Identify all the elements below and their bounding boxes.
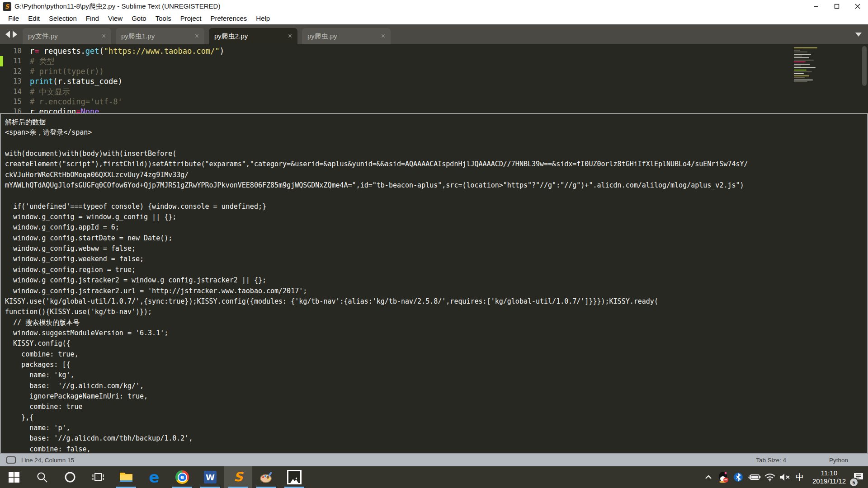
output-line: combine: true (5, 402, 867, 412)
start-icon (8, 471, 20, 483)
line-number: 15 (0, 97, 30, 107)
output-line (5, 191, 867, 201)
next-tab-icon[interactable] (13, 31, 17, 38)
output-line: KISSY.config({ (5, 338, 867, 349)
syntax-indicator[interactable]: Python (829, 457, 848, 464)
titlebar: S G:\Python\python11-8\py爬虫2.py - Sublim… (0, 0, 868, 13)
clock[interactable]: 11:10 2019/11/12 (812, 469, 846, 485)
search-icon (36, 471, 48, 483)
menu-item-find[interactable]: Find (81, 14, 104, 22)
output-line: KISSY.use('kg/global-util/1.0.7/',{sync:… (5, 296, 867, 307)
code-text: # 中文显示 (30, 87, 70, 97)
output-line: mYAWLhQTdAQUgJlofsGUGFq0COfow6Yod+Qjp7MJ… (5, 180, 867, 191)
menu-item-tools[interactable]: Tools (151, 14, 176, 22)
code-editor[interactable]: 10r= requests.get("https://www.taobao.co… (0, 44, 868, 113)
output-line: window.g_config.webww = false; (5, 244, 867, 254)
edge-icon: e (149, 469, 159, 485)
output-line: ignorePackageNameInUri: true, (5, 391, 867, 402)
editor-scrollbar[interactable] (862, 46, 867, 86)
browser-taskbar-button[interactable]: e (168, 466, 196, 488)
volume-muted-icon[interactable] (779, 468, 791, 486)
tab-label: py文件.py (28, 32, 58, 41)
code-text: # 类型 (30, 56, 54, 66)
tray-expand-icon[interactable] (703, 468, 714, 486)
maximize-button[interactable] (826, 0, 847, 13)
tab-2[interactable]: py爬虫2.py× (209, 28, 297, 44)
word-taskbar-button[interactable]: W (196, 466, 224, 488)
menu-item-view[interactable]: View (104, 14, 127, 22)
code-line-14[interactable]: 14# 中文显示 (0, 87, 868, 97)
tab-close-icon[interactable]: × (102, 32, 106, 40)
task-view-taskbar-button[interactable] (84, 466, 112, 488)
code-text: print(r.status_code) (30, 76, 123, 86)
window-controls (806, 0, 868, 13)
file-explorer-taskbar-button[interactable] (112, 466, 140, 488)
code-text: # r.encoding='utf-8' (30, 97, 123, 107)
code-line-15[interactable]: 15# r.encoding='utf-8' (0, 97, 868, 107)
tab-size-indicator[interactable]: Tab Size: 4 (756, 457, 786, 464)
menu-item-help[interactable]: Help (251, 14, 274, 22)
line-number: 14 (0, 87, 30, 97)
menu-item-goto[interactable]: Goto (127, 14, 151, 22)
tab-close-icon[interactable]: × (195, 32, 199, 40)
build-output-panel[interactable]: 解析后的数据<span>亲，请登录</span>with(document)wi… (0, 113, 868, 454)
tab-label: py爬虫.py (307, 32, 337, 41)
output-line: function(){KISSY.use('kg/tb-nav')}); (5, 307, 867, 317)
output-line: window.g_config.appId = 6; (5, 222, 867, 233)
menu-item-edit[interactable]: Edit (24, 14, 44, 22)
close-button[interactable] (847, 0, 868, 13)
code-line-11[interactable]: 11# 类型 (0, 56, 868, 66)
bluetooth-icon[interactable] (732, 468, 744, 486)
clock-time: 11:10 (821, 469, 837, 477)
output-line: window.g_config = window.g_config || {}; (5, 212, 867, 222)
modified-line-marker (0, 56, 3, 66)
minimap[interactable] (794, 47, 824, 83)
ime-indicator[interactable]: 中 (794, 468, 806, 486)
output-line: <span>亲，请登录</span> (5, 127, 867, 138)
menu-item-selection[interactable]: Selection (44, 14, 81, 22)
start-taskbar-button[interactable] (0, 466, 28, 488)
sublime-text-taskbar-button[interactable]: S (224, 466, 252, 488)
qq-icon[interactable] (717, 468, 729, 486)
output-line: createElement("script"),firstChild))setA… (5, 159, 867, 169)
photos-taskbar-button[interactable] (280, 466, 308, 488)
menu-item-project[interactable]: Project (176, 14, 206, 22)
action-center-icon[interactable]: 5 (853, 468, 864, 486)
tab-1[interactable]: py爬虫1.py× (116, 28, 204, 44)
tab-list-dropdown-icon[interactable] (855, 33, 862, 37)
cortana-taskbar-button[interactable] (56, 466, 84, 488)
output-line: combine: true, (5, 349, 867, 360)
code-line-12[interactable]: 12# print(type(r)) (0, 66, 868, 76)
code-text: r.encoding=None (30, 107, 99, 113)
search-taskbar-button[interactable] (28, 466, 56, 488)
paint-icon (259, 471, 273, 483)
tab-0[interactable]: py文件.py× (23, 28, 111, 44)
code-line-10[interactable]: 10r= requests.get("https://www.taobao.co… (0, 46, 868, 56)
output-line: // 搜索模块的版本号 (5, 318, 867, 328)
line-number: 12 (0, 66, 30, 76)
tab-close-icon[interactable]: × (381, 32, 385, 40)
panel-toggle-icon[interactable] (6, 456, 16, 464)
output-line: name: 'p', (5, 423, 867, 433)
code-line-13[interactable]: 13print(r.status_code) (0, 76, 868, 86)
output-line: window.g_config.region = true; (5, 265, 867, 275)
minimize-button[interactable] (806, 0, 826, 13)
menu-item-preferences[interactable]: Preferences (206, 14, 251, 22)
menu-item-file[interactable]: File (4, 14, 24, 22)
prev-tab-icon[interactable] (5, 31, 10, 38)
menu-bar: FileEditSelectionFindViewGotoToolsProjec… (0, 13, 868, 24)
status-bar: Line 24, Column 15 Tab Size: 4 Python (0, 454, 868, 466)
edge-taskbar-button[interactable]: e (140, 466, 168, 488)
wifi-icon[interactable] (764, 468, 776, 486)
output-line: name: 'kg', (5, 370, 867, 380)
window-title: G:\Python\python11-8\py爬虫2.py - Sublime … (14, 2, 220, 11)
code-line-16[interactable]: 16r.encoding=None (0, 107, 868, 113)
tab-3[interactable]: py爬虫.py× (302, 28, 391, 44)
output-line: window.suggestModuleVersion = '6.3.1'; (5, 328, 867, 338)
code-text: # print(type(r)) (30, 66, 104, 76)
paint-taskbar-button[interactable] (252, 466, 280, 488)
line-number: 13 (0, 76, 30, 86)
battery-icon[interactable] (747, 468, 761, 486)
tab-close-icon[interactable]: × (288, 32, 292, 40)
output-line: window.g_config.startDate = new Date(); (5, 233, 867, 244)
